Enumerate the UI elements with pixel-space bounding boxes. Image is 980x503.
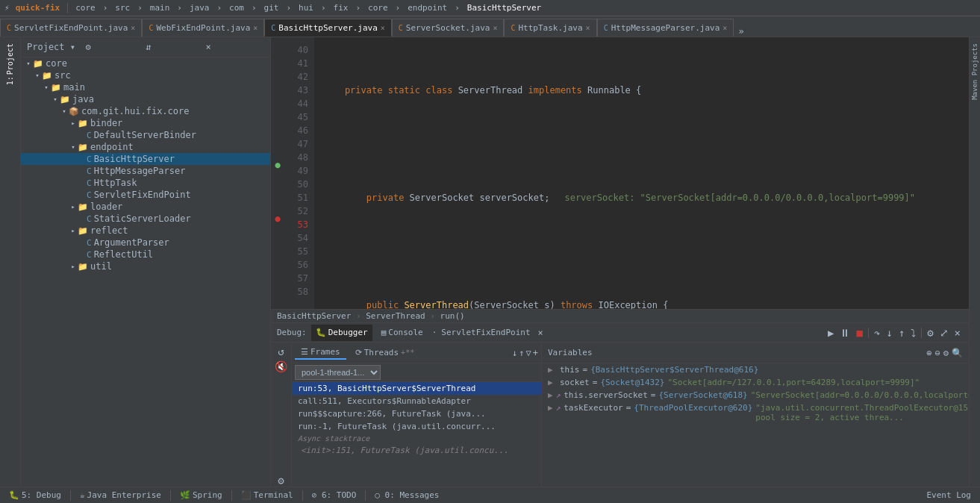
bc-server-thread[interactable]: ServerThread — [366, 311, 425, 321]
tabs-overflow[interactable]: » — [734, 26, 748, 37]
bc-fix[interactable]: fix — [334, 3, 349, 13]
frames-filter-btn[interactable]: ▽ — [526, 348, 531, 358]
bc-src[interactable]: src — [115, 3, 130, 13]
bc-basic-http[interactable]: BasicHttpServer — [277, 311, 351, 321]
maven-label[interactable]: Maven Projects — [970, 40, 979, 103]
frame-item-2[interactable]: run$$$capture:266, FutureTask (java... — [292, 407, 541, 420]
debug-restart-icon[interactable]: ↺ — [278, 346, 284, 357]
stop-btn[interactable]: ■ — [854, 326, 864, 340]
close-debug-icon[interactable]: × — [538, 328, 543, 338]
close-icon[interactable]: × — [131, 24, 135, 32]
tree-item-endpoint[interactable]: ▾ 📁 endpoint — [21, 141, 270, 153]
close-icon[interactable]: × — [253, 24, 258, 32]
bc-com[interactable]: com — [229, 3, 244, 13]
step-over-btn[interactable]: ↷ — [872, 326, 882, 340]
tree-item-core[interactable]: ▾ 📁 core — [21, 57, 270, 69]
frames-up-btn[interactable]: ↑ — [519, 348, 524, 358]
var-expand-icon[interactable]: ▶ — [548, 390, 553, 400]
step-into-btn[interactable]: ↓ — [884, 326, 894, 340]
tree-item-reflect-util[interactable]: C ReflectUtil — [21, 249, 270, 260]
var-expand-icon[interactable]: ▶ — [548, 403, 553, 413]
debug-mute-icon[interactable]: 🔇 — [275, 360, 287, 372]
tab-server-socket[interactable]: C ServerSocket.java × — [392, 19, 505, 37]
debug-session-name[interactable]: ServletFixEndPoint — [441, 328, 530, 337]
tab-servlet-fix[interactable]: C ServletFixEndPoint.java × — [0, 19, 142, 37]
sidebar-expand-icon[interactable]: ⇵ — [144, 40, 205, 54]
thread-dropdown[interactable]: pool-1-thread-1... — [295, 365, 381, 380]
var-item-server-socket[interactable]: ▶ ↗ this.serverSocket = {ServerSocket@61… — [542, 389, 969, 402]
bc-hui[interactable]: hui — [299, 3, 313, 13]
run-to-cursor-btn[interactable]: ⤵ — [908, 326, 918, 340]
tab-http-message-parser[interactable]: C HttpMessageParser.java × — [597, 19, 734, 37]
tab-http-task[interactable]: C HttpTask.java × — [504, 19, 596, 37]
tree-item-default-binder[interactable]: C DefaultServerBinder — [21, 129, 270, 141]
debug-tab-debugger[interactable]: 🐛Debugger — [311, 325, 372, 341]
tree-item-servlet[interactable]: C ServletFixEndPoint — [21, 189, 270, 201]
var-expand-all-btn[interactable]: ⊕ — [926, 348, 931, 358]
bc-core2[interactable]: core — [368, 3, 388, 13]
bc-main[interactable]: main — [150, 3, 170, 13]
tree-item-util[interactable]: ▸ 📁 util — [21, 260, 270, 272]
step-out-btn[interactable]: ↑ — [896, 326, 907, 340]
messages-status[interactable]: ○ 0: Messages — [372, 490, 442, 500]
tree-item-static-loader[interactable]: C StaticServerLoader — [21, 213, 270, 225]
project-panel-label[interactable]: 1: Project — [3, 37, 17, 91]
close-icon[interactable]: × — [722, 24, 727, 32]
bc-git[interactable]: git — [264, 3, 279, 13]
restore-layout-btn[interactable]: ⤢ — [937, 326, 951, 340]
toolbar-project[interactable]: quick-fix — [16, 3, 60, 13]
code-view[interactable]: ● ● 40 41 42 43 44 — [271, 37, 969, 309]
java-enterprise-status[interactable]: ☕ Java Enterprise — [77, 490, 164, 500]
close-icon[interactable]: × — [586, 24, 590, 32]
close-icon[interactable]: × — [381, 24, 385, 32]
bc-endpoint[interactable]: endpoint — [408, 3, 447, 13]
tree-item-package[interactable]: ▾ 📦 com.git.hui.fix.core — [21, 105, 270, 117]
frame-item-3[interactable]: run:-1, FutureTask (java.util.concurr... — [292, 420, 541, 433]
bc-java[interactable]: java — [190, 3, 210, 13]
code-content[interactable]: private static class ServerThread implem… — [314, 37, 969, 309]
var-item-this[interactable]: ▶ this = {BasicHttpServer$ServerThread@6… — [542, 363, 969, 376]
tree-item-src[interactable]: ▾ 📁 src — [21, 69, 270, 81]
close-panel-btn[interactable]: × — [952, 326, 963, 340]
resume-btn[interactable]: ▶ — [825, 326, 836, 340]
tree-item-binder[interactable]: ▸ 📁 binder — [21, 117, 270, 129]
close-icon[interactable]: × — [493, 24, 497, 32]
var-search-btn[interactable]: 🔍 — [952, 348, 963, 358]
var-expand-icon[interactable]: ▶ — [548, 365, 557, 375]
todo-status[interactable]: ⊘ 6: TODO — [309, 490, 360, 500]
frames-add-btn[interactable]: + — [533, 348, 538, 358]
var-collapse-all-btn[interactable]: ⊖ — [935, 348, 940, 358]
frame-item-1[interactable]: call:511, Executors$RunnableAdapter — [292, 395, 541, 407]
frames-down-btn[interactable]: ↓ — [512, 348, 517, 358]
tree-item-http-task[interactable]: C HttpTask — [21, 177, 270, 189]
frame-item-async[interactable]: <init>:151, FutureTask (java.util.concu.… — [292, 444, 541, 457]
tree-item-reflect[interactable]: ▸ 📁 reflect — [21, 225, 270, 237]
tree-item-basic-http[interactable]: C BasicHttpServer — [21, 153, 270, 165]
tree-item-arg-parser[interactable]: C ArgumentParser — [21, 237, 270, 249]
tree-item-loader[interactable]: ▸ 📁 loader — [21, 201, 270, 213]
bc-core[interactable]: core — [75, 3, 96, 13]
frame-item-0[interactable]: run:53, BasicHttpServer$ServerThread — [292, 382, 541, 395]
var-settings-btn[interactable]: ⚙ — [943, 348, 949, 358]
var-item-task-executor[interactable]: ▶ ↗ taskExecutor = {ThreadPoolExecutor@6… — [542, 402, 969, 424]
var-item-socket[interactable]: ▶ socket = {Socket@1432} "Socket[addr=/1… — [542, 376, 969, 389]
tab-frames[interactable]: ☰ Frames — [295, 346, 346, 360]
tree-item-http-message[interactable]: C HttpMessageParser — [21, 165, 270, 177]
tab-web-fix[interactable]: C WebFixEndPoint.java × — [142, 19, 264, 37]
tab-basic-http-server[interactable]: C BasicHttpServer.java × — [264, 19, 392, 37]
tree-item-java[interactable]: ▾ 📁 java — [21, 93, 270, 105]
terminal-status[interactable]: ⬛ Terminal — [238, 490, 296, 500]
spring-status[interactable]: 🌿 Spring — [177, 490, 225, 500]
sidebar-settings-icon[interactable]: ⚙ — [84, 40, 145, 54]
var-expand-icon[interactable]: ▶ — [548, 378, 557, 387]
pause-btn[interactable]: ⏸ — [837, 326, 852, 340]
tree-item-main[interactable]: ▾ 📁 main — [21, 81, 270, 93]
bc-basichttp[interactable]: BasicHttpServer — [467, 3, 541, 13]
event-log-status[interactable]: Event Log — [923, 490, 974, 500]
settings-btn[interactable]: ⚙ — [925, 326, 935, 340]
bc-run[interactable]: run() — [440, 311, 465, 321]
debug-gear-icon[interactable]: ⚙ — [278, 475, 284, 487]
debug-status[interactable]: 🐛 5: Debug — [6, 490, 64, 500]
sidebar-close-icon[interactable]: × — [205, 40, 265, 54]
debug-tab-console[interactable]: ▤Console — [377, 325, 428, 341]
